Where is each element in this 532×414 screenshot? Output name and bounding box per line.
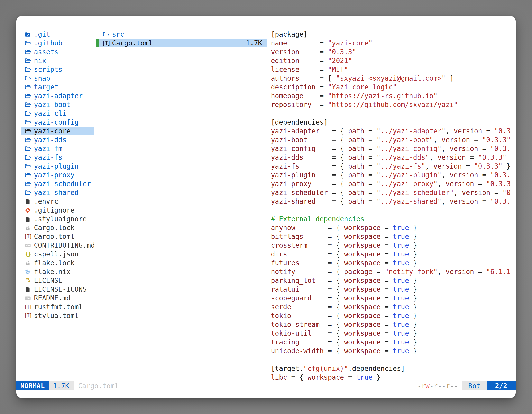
- preview-line: yazi-config = { path = "../yazi-config",…: [271, 144, 514, 153]
- dir-row[interactable]: yazi-core: [21, 127, 95, 135]
- file-row[interactable]: {}cspell.json: [21, 250, 95, 259]
- folder-open-icon: [24, 144, 32, 153]
- file-row[interactable]: .styluaignore: [21, 215, 95, 223]
- preview-line: anyhow = { workspace = true }: [271, 223, 514, 232]
- file-row[interactable]: flake.lock: [21, 259, 95, 267]
- lock-icon: [24, 224, 32, 232]
- preview-line: [271, 355, 514, 364]
- entry-label: LICENSE-ICONS: [34, 285, 87, 293]
- entry-label: yazi-cli: [34, 109, 66, 117]
- preview-line: yazi-dds = { path = "../yazi-dds", versi…: [271, 153, 514, 162]
- entry-label: yazi-dds: [34, 136, 66, 144]
- preview-line: tokio-stream = { workspace = true }: [271, 320, 514, 329]
- dir-row[interactable]: nix: [21, 56, 95, 65]
- dir-row[interactable]: yazi-plugin: [21, 162, 95, 171]
- entry-label: flake.nix: [34, 268, 71, 276]
- toml-icon: [T]: [24, 232, 32, 241]
- preview-line: homepage = "https://yazi-rs.github.io": [271, 91, 514, 100]
- git-diamond-icon: [24, 206, 32, 214]
- snowflake-icon: [24, 268, 32, 276]
- preview-line: yazi-proxy = { path = "../yazi-proxy", v…: [271, 179, 514, 188]
- entry-label: yazi-fm: [34, 144, 62, 153]
- pane-divider: [96, 29, 97, 381]
- entry-label: assets: [34, 48, 58, 56]
- dir-row[interactable]: yazi-config: [21, 118, 95, 127]
- preview-line: name = "yazi-core": [271, 39, 514, 48]
- file-row[interactable]: [T]Cargo.toml1.7K: [96, 39, 267, 48]
- entry-label: LICENSE: [34, 277, 62, 285]
- entry-label: stylua.toml: [34, 312, 79, 320]
- dir-row[interactable]: yazi-shared: [21, 188, 95, 197]
- file-row[interactable]: [T]stylua.toml: [21, 311, 95, 320]
- dir-row[interactable]: .git: [21, 30, 95, 39]
- dir-row[interactable]: yazi-adapter: [21, 91, 95, 100]
- entry-label: scripts: [34, 66, 62, 73]
- file-row[interactable]: [T]rustfmt.toml: [21, 303, 95, 311]
- dir-row[interactable]: assets: [21, 48, 95, 56]
- preview-line: bitflags = { workspace = true }: [271, 232, 514, 241]
- parent-pane: .git.githubassetsnixscriptssnaptargetyaz…: [21, 30, 95, 320]
- entry-label: yazi-boot: [34, 101, 71, 109]
- folder-open-icon: [24, 118, 32, 126]
- entry-label: snap: [34, 74, 50, 82]
- status-filename: Cargo.toml: [78, 382, 119, 390]
- file-icon: [24, 197, 32, 206]
- entry-size: 1.7K: [246, 39, 267, 47]
- preview-line: tracing = { workspace = true }: [271, 338, 514, 347]
- preview-line: version = "0.3.3": [271, 48, 514, 56]
- preview-line: scopeguard = { workspace = true }: [271, 294, 514, 303]
- preview-line: authors = [ "sxyazi <sxyazi@gmail.com>" …: [271, 74, 514, 83]
- dir-row[interactable]: src: [96, 30, 267, 39]
- folder-open-icon: [24, 136, 32, 144]
- dir-row[interactable]: scripts: [21, 65, 95, 74]
- file-row[interactable]: CONTRIBUTING.md: [21, 241, 95, 250]
- file-row[interactable]: .gitignore: [21, 206, 95, 215]
- entry-label: .github: [34, 39, 62, 47]
- markdown-icon: [24, 294, 32, 302]
- entry-label: target: [34, 83, 58, 91]
- folder-open-icon: [24, 109, 32, 118]
- file-row[interactable]: LICENSE-ICONS: [21, 285, 95, 294]
- file-row[interactable]: README.md: [21, 294, 95, 303]
- dir-row[interactable]: yazi-proxy: [21, 171, 95, 179]
- preview-line: edition = "2021": [271, 56, 514, 65]
- dir-row[interactable]: yazi-cli: [21, 109, 95, 118]
- preview-line: [271, 206, 514, 215]
- entry-label: flake.lock: [34, 259, 75, 267]
- file-row[interactable]: [T]Cargo.toml: [21, 232, 95, 241]
- entry-label: yazi-fs: [34, 154, 62, 161]
- dir-row[interactable]: snap: [21, 74, 95, 83]
- file-row[interactable]: LICENSE: [21, 276, 95, 285]
- file-row[interactable]: flake.nix: [21, 267, 95, 276]
- dir-row[interactable]: yazi-fs: [21, 153, 95, 162]
- file-row[interactable]: Cargo.lock: [21, 223, 95, 232]
- file-row[interactable]: .envrc: [21, 197, 95, 206]
- entry-label: CONTRIBUTING.md: [34, 241, 95, 249]
- entry-label: yazi-core: [34, 127, 71, 135]
- cursor-position-badge: 2/2: [487, 382, 516, 390]
- dir-row[interactable]: yazi-boot: [21, 100, 95, 109]
- dir-row[interactable]: target: [21, 83, 95, 91]
- folder-open-icon: [24, 66, 32, 74]
- dir-row[interactable]: .github: [21, 39, 95, 48]
- entry-label: yazi-plugin: [34, 162, 79, 170]
- folder-open-icon: [24, 57, 32, 65]
- dir-row[interactable]: yazi-dds: [21, 135, 95, 144]
- key-icon: [24, 277, 32, 285]
- toml-icon: [T]: [102, 39, 110, 47]
- scroll-position-badge: Bot: [462, 382, 487, 390]
- folder-open-icon: [24, 171, 32, 179]
- dir-row[interactable]: yazi-scheduler: [21, 179, 95, 188]
- entry-label: .styluaignore: [34, 215, 87, 223]
- folder-open-icon: [24, 154, 32, 162]
- entry-label: yazi-adapter: [34, 92, 83, 100]
- preview-line: [271, 109, 514, 118]
- file-size-badge: 1.7K: [49, 382, 74, 390]
- preview-pane: [package]name = "yazi-core"version = "0.…: [271, 30, 514, 382]
- preview-line: crossterm = { workspace = true }: [271, 241, 514, 250]
- preview-line: yazi-shared = { path = "../yazi-shared",…: [271, 197, 514, 206]
- preview-line: ratatui = { workspace = true }: [271, 285, 514, 294]
- dir-row[interactable]: yazi-fm: [21, 144, 95, 153]
- preview-line: yazi-scheduler = { path = "../yazi-sched…: [271, 188, 514, 197]
- preview-line: repository = "https://github.com/sxyazi/…: [271, 100, 514, 109]
